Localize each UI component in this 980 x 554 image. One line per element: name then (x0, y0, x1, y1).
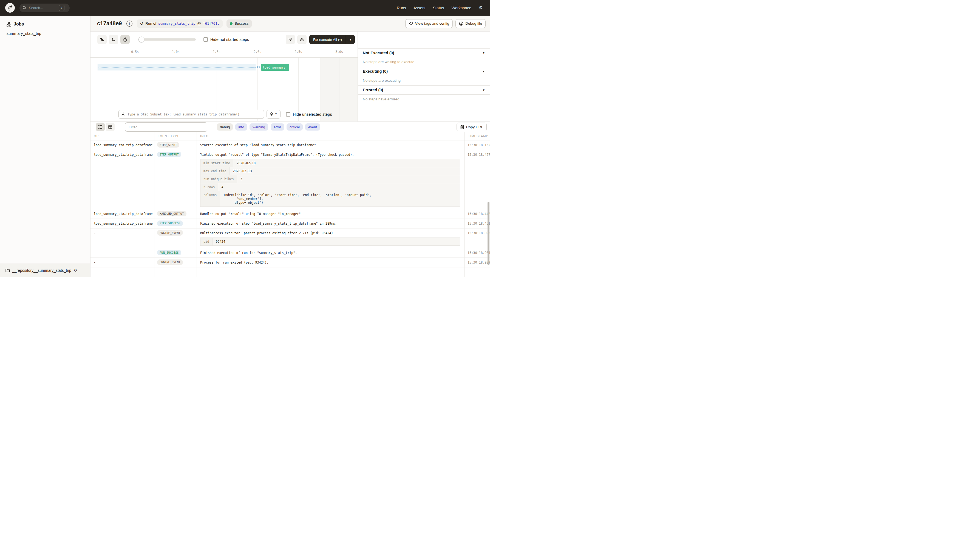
apply-subset-button[interactable]: ⌃ (267, 110, 280, 119)
op-selector-icon (121, 112, 125, 116)
chevron-down-icon: ▼ (482, 89, 485, 92)
folder-icon (5, 269, 10, 272)
collapse-caret-icon: ⌃ (274, 113, 277, 116)
jobs-icon (6, 22, 11, 27)
hide-not-started-label: Hide not started steps (210, 37, 249, 42)
level-chip-error[interactable]: error (270, 123, 284, 131)
timed-view-icon-button[interactable] (120, 35, 130, 44)
executing-section-header[interactable]: Executing (0)▼ (358, 67, 490, 76)
view-tags-config-button[interactable]: View tags and config (405, 19, 453, 28)
axis-tick: 1.5s (213, 50, 220, 54)
tag-icon (409, 21, 413, 26)
log-row-engine-event[interactable]: - ENGINE_EVENT Multiprocess executor: pa… (91, 228, 490, 248)
main-content: c17a48e9 i ↺ Run of summary_stats_trip @… (91, 16, 490, 277)
zoom-slider-thumb[interactable] (138, 37, 144, 43)
top-nav: / Runs Assets Status Workspace ⚙ (0, 0, 490, 16)
log-row-engine-event-exit[interactable]: - ENGINE_EVENT Process for run exited (p… (91, 258, 490, 267)
hide-unselected-checkbox[interactable] (286, 112, 290, 116)
level-chip-info[interactable]: info (235, 123, 247, 131)
layers-icon (270, 112, 274, 116)
run-of-label: Run of (145, 21, 156, 25)
column-header-timestamp: TIMESTAMP (465, 132, 490, 140)
log-structured-view-icon-button[interactable] (106, 123, 115, 131)
download-icon (459, 21, 463, 26)
nav-link-runs[interactable]: Runs (397, 6, 406, 10)
column-header-event-type: EVENT TYPE (154, 132, 197, 140)
gantt-step-bar[interactable]: load_summary_ (261, 64, 289, 71)
job-link[interactable]: summary_stats_trip (158, 21, 195, 25)
chevron-down-icon: ▼ (482, 51, 485, 54)
axis-tick: 2.5s (294, 50, 302, 54)
reexecute-split-button: Re-execute All (*) ▼ (309, 35, 355, 44)
engine-metadata-table: pid93424 (200, 237, 460, 246)
level-chip-event[interactable]: event (305, 123, 320, 131)
debug-file-button[interactable]: Debug file (455, 19, 485, 28)
event-type-badge: STEP_OUTPUT (157, 152, 181, 157)
reexecute-dropdown-caret[interactable]: ▼ (346, 35, 355, 44)
axis-tick: 2.0s (254, 50, 261, 54)
step-subset-input[interactable] (118, 110, 264, 119)
step-status-panel: Not Executed (0)▼ No steps are waiting t… (358, 32, 490, 121)
jobs-section-title: Jobs (14, 22, 24, 27)
log-table-header: OP EVENT TYPE INFO TIMESTAMP (91, 132, 490, 140)
log-row-step-success[interactable]: load_summary_sta…trip_dataframe STEP_SUC… (91, 219, 490, 228)
axis-tick: 3.0s (335, 50, 343, 54)
flat-view-icon-button[interactable] (97, 35, 107, 44)
nav-links: Runs Assets Status Workspace ⚙ (397, 5, 490, 10)
axis-tick: 1.0s (172, 50, 180, 54)
step-subset-row: ⌃ Hide unselected steps (118, 110, 332, 119)
log-row-step-output[interactable]: load_summary_sta…trip_dataframe STEP_OUT… (91, 150, 490, 209)
repository-footer[interactable]: __repository__summary_stats_trip ↻ (0, 264, 90, 277)
event-type-badge: ENGINE_EVENT (157, 259, 183, 265)
nav-link-workspace[interactable]: Workspace (451, 6, 471, 10)
log-filter-input[interactable] (125, 122, 207, 132)
timestamp: 15:30:18.451 (465, 219, 490, 228)
log-row-handled-output[interactable]: load_summary_sta…trip_dataframe HANDLED_… (91, 209, 490, 219)
sidebar-item-summary-stats-trip[interactable]: summary_stats_trip (0, 27, 90, 36)
status-dot-icon (230, 22, 232, 25)
timestamp: 15:30:18.427 (465, 150, 490, 209)
copy-url-button[interactable]: Copy URL (457, 123, 487, 131)
dagster-run-page: / Runs Assets Status Workspace ⚙ Jobs su… (0, 0, 490, 277)
level-chip-debug[interactable]: debug (217, 123, 233, 131)
search-icon (22, 6, 27, 10)
output-metadata-table: min_start_time2020-02-10 max_end_time202… (200, 159, 460, 207)
status-label: Success (234, 21, 248, 25)
gantt-toolbar: Hide not started steps Re-execute All (*… (91, 32, 358, 48)
nav-link-assets[interactable]: Assets (414, 6, 426, 10)
waterfall-view-icon-button[interactable] (109, 35, 118, 44)
level-chip-critical[interactable]: critical (286, 123, 303, 131)
dagster-logo-icon[interactable] (5, 3, 15, 13)
hide-unselected-label: Hide unselected steps (293, 112, 332, 116)
errored-section-header[interactable]: Errored (0)▼ (358, 86, 490, 95)
event-type-badge: STEP_START (157, 142, 179, 148)
gantt-time-axis: 0.5s 1.0s 1.5s 2.0s 2.5s 3.0s (91, 48, 358, 57)
not-executed-section-header[interactable]: Not Executed (0)▼ (358, 48, 490, 57)
event-log-table: OP EVENT TYPE INFO TIMESTAMP load_summar… (91, 132, 490, 277)
reexecute-all-button[interactable]: Re-execute All (*) (309, 35, 346, 44)
chevron-down-icon: ▼ (482, 70, 485, 73)
dock-top-icon-button[interactable] (297, 35, 307, 44)
settings-gear-icon[interactable]: ⚙ (479, 5, 483, 10)
repository-name: __repository__summary_stats_trip (12, 268, 71, 272)
event-type-badge: ENGINE_EVENT (157, 230, 183, 236)
clipboard-icon (460, 125, 464, 129)
event-type-badge: RUN_SUCCESS (157, 250, 181, 255)
nav-link-status[interactable]: Status (433, 6, 444, 10)
level-chip-warning[interactable]: warning (250, 123, 268, 131)
hide-not-started-checkbox[interactable] (204, 37, 208, 42)
log-row-step-start[interactable]: load_summary_sta…trip_dataframe STEP_STA… (91, 140, 490, 150)
run-info-icon[interactable]: i (126, 21, 132, 27)
log-row-run-success[interactable]: - RUN_SUCCESS Finished execution of run … (91, 248, 490, 258)
event-type-badge: HANDLED_OUTPUT (157, 211, 186, 217)
commit-link[interactable]: f61f761c (203, 21, 220, 25)
dock-bottom-icon-button[interactable] (286, 35, 295, 44)
zoom-slider[interactable] (139, 38, 196, 41)
search-input[interactable] (29, 6, 59, 10)
reload-repository-icon[interactable]: ↻ (74, 268, 77, 273)
gantt-step-label: load_summary_ (262, 65, 287, 69)
log-scrollbar-thumb[interactable] (488, 202, 490, 265)
log-list-view-icon-button[interactable] (96, 123, 105, 131)
history-icon: ↺ (140, 21, 144, 26)
timestamp: 15:30:18.895 (465, 228, 490, 248)
